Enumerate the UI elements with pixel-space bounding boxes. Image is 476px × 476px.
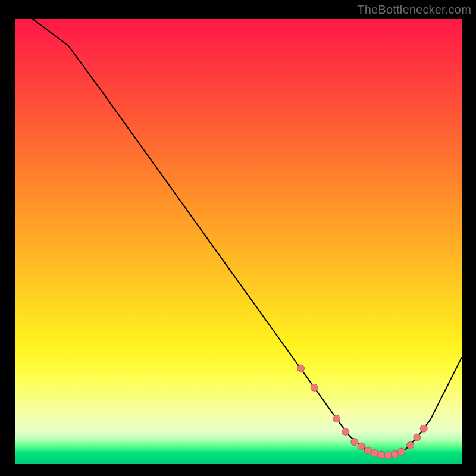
heat-gradient — [15, 19, 462, 464]
chart-container: TheBottlenecker.com — [0, 0, 476, 476]
attribution-label: TheBottlenecker.com — [357, 4, 471, 15]
plot-area — [15, 19, 462, 464]
